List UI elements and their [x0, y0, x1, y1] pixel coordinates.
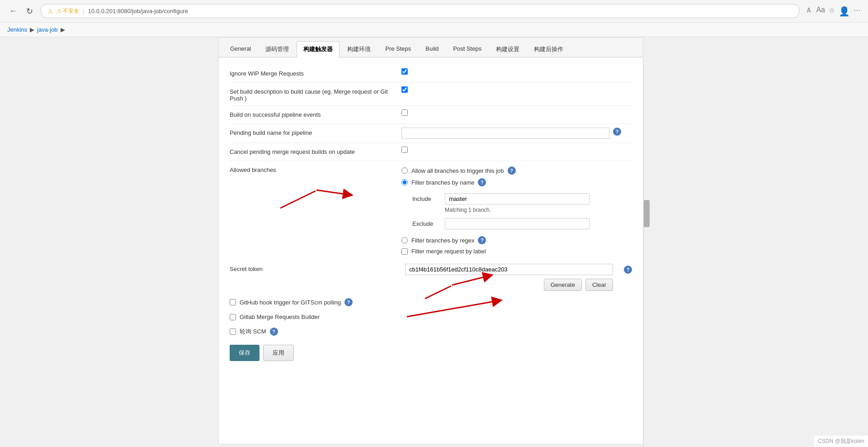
- pending-build-control: ?: [401, 128, 632, 139]
- tab-build-settings[interactable]: 构建设置: [489, 41, 526, 57]
- secret-token-label: Secret token: [230, 264, 401, 272]
- pending-build-input[interactable]: [401, 128, 609, 139]
- exclude-input[interactable]: [445, 218, 590, 229]
- poll-scm-row: 轮询 SCM ?: [230, 324, 632, 339]
- tab-build-env[interactable]: 构建环境: [340, 41, 377, 57]
- action-buttons: 保存 应用: [230, 339, 632, 366]
- set-build-desc-checkbox[interactable]: [401, 86, 408, 93]
- cancel-pending-label: Cancel pending merge request builds on u…: [230, 147, 401, 155]
- filter-by-regex-row: Filter branches by regex ?: [401, 234, 632, 246]
- account-icon[interactable]: 👤: [839, 6, 850, 17]
- breadcrumb-jenkins[interactable]: Jenkins: [7, 26, 27, 33]
- set-build-desc-control: [401, 86, 632, 93]
- poll-scm-help[interactable]: ?: [270, 328, 278, 336]
- filter-by-name-radio-label: Filter branches by name: [411, 179, 474, 186]
- gitlab-merge-row: Gitlab Merge Requests Builder: [230, 310, 632, 324]
- back-button[interactable]: ←: [7, 5, 19, 18]
- cancel-pending-row: Cancel pending merge request builds on u…: [230, 143, 632, 161]
- allow-all-help[interactable]: ?: [508, 166, 516, 175]
- pending-build-help[interactable]: ?: [613, 128, 621, 136]
- address-separator: |: [83, 8, 84, 14]
- include-input[interactable]: [445, 193, 590, 204]
- build-on-success-control: [401, 109, 632, 116]
- matching-text: Matching 1 branch.: [412, 206, 632, 214]
- breadcrumb-java-job[interactable]: java-job: [37, 26, 58, 33]
- poll-scm-label: 轮询 SCM: [240, 328, 266, 336]
- poll-scm-checkbox[interactable]: [230, 328, 236, 335]
- github-hook-help[interactable]: ?: [344, 298, 353, 306]
- tab-source[interactable]: 源码管理: [259, 41, 296, 57]
- tab-post-steps[interactable]: Post Steps: [446, 41, 488, 57]
- ignore-wip-checkbox[interactable]: [401, 68, 408, 75]
- secret-token-controls: Generate Clear: [405, 264, 620, 291]
- ignore-wip-row: Ignore WIP Merge Requests: [230, 65, 632, 83]
- security-warning-text: ⚠ 不安全: [57, 7, 79, 15]
- footer: CSDN @我是koten: [814, 436, 868, 447]
- set-build-desc-label: Set build description to build cause (eg…: [230, 86, 401, 102]
- exclude-label: Exclude: [412, 220, 439, 227]
- read-mode-icon[interactable]: Ａ: [805, 6, 812, 17]
- secret-token-row: Secret token Generate Clear ?: [230, 260, 632, 295]
- allow-all-radio[interactable]: [401, 167, 408, 174]
- filter-by-regex-help[interactable]: ?: [478, 236, 486, 244]
- tab-pre-steps[interactable]: Pre Steps: [378, 41, 418, 57]
- build-on-success-checkbox[interactable]: [401, 109, 408, 116]
- branches-controls: Allow all branches to trigger this job ?…: [401, 165, 632, 257]
- address-text: 10.0.0.201:8080/job/java-job/configure: [88, 8, 188, 14]
- gitlab-merge-checkbox[interactable]: [230, 314, 236, 320]
- allow-all-radio-label: Allow all branches to trigger this job: [411, 167, 504, 174]
- cancel-pending-control: [401, 147, 632, 153]
- allowed-branches-row: Allowed branches Allow all branches to t…: [230, 161, 632, 260]
- build-on-success-row: Build on successful pipeline events: [230, 106, 632, 124]
- filter-by-name-radio-row: Filter branches by name ?: [401, 176, 632, 188]
- filter-by-regex-label: Filter branches by regex: [411, 237, 474, 244]
- cancel-pending-checkbox[interactable]: [401, 147, 408, 153]
- set-build-desc-row: Set build description to build cause (eg…: [230, 83, 632, 106]
- include-row: Include: [412, 192, 632, 206]
- breadcrumb: Jenkins ▶ java-job ▶: [0, 23, 868, 37]
- include-exclude-area: Include Matching 1 branch. Exclude: [401, 188, 632, 234]
- pending-build-row: Pending build name for pipeline ?: [230, 124, 632, 143]
- github-hook-row: GitHub hook trigger for GITScm polling ?: [230, 295, 632, 310]
- footer-text: CSDN @我是koten: [818, 438, 864, 444]
- scrollbar-thumb[interactable]: [644, 200, 650, 227]
- tab-bar: General 源码管理 构建触发器 构建环境 Pre Steps Build …: [219, 38, 643, 57]
- github-hook-label: GitHub hook trigger for GITScm polling: [240, 299, 341, 306]
- filter-by-regex-radio[interactable]: [401, 237, 408, 243]
- security-warning-icon: ⚠: [48, 8, 53, 14]
- breadcrumb-sep2: ▶: [61, 26, 65, 33]
- secret-token-help[interactable]: ?: [624, 266, 632, 274]
- pending-build-label: Pending build name for pipeline: [230, 128, 401, 136]
- github-hook-checkbox[interactable]: [230, 299, 236, 305]
- generate-button[interactable]: Generate: [544, 279, 582, 291]
- ignore-wip-label: Ignore WIP Merge Requests: [230, 68, 401, 77]
- include-label: Include: [412, 195, 439, 202]
- apply-button[interactable]: 应用: [263, 345, 294, 361]
- allowed-branches-label: Allowed branches: [230, 165, 401, 173]
- menu-icon[interactable]: ⋯: [854, 6, 861, 17]
- filter-merge-label: Filter merge request by label: [411, 248, 486, 255]
- favorite-icon[interactable]: ☆: [829, 6, 835, 17]
- filter-merge-row: Filter merge request by label: [401, 246, 632, 257]
- filter-by-name-radio[interactable]: [401, 179, 408, 185]
- filter-merge-checkbox[interactable]: [401, 248, 408, 255]
- address-bar: ⚠ ⚠ 不安全 | 10.0.0.201:8080/job/java-job/c…: [40, 4, 800, 18]
- tab-build-trigger[interactable]: 构建触发器: [297, 41, 340, 57]
- translate-icon[interactable]: Aa: [816, 6, 825, 17]
- filter-by-name-help[interactable]: ?: [478, 178, 486, 186]
- tab-general[interactable]: General: [223, 41, 258, 57]
- form-area: Ignore WIP Merge Requests Set build desc…: [219, 57, 643, 374]
- allow-all-radio-row: Allow all branches to trigger this job ?: [401, 165, 632, 176]
- clear-button[interactable]: Clear: [585, 279, 613, 291]
- exclude-row: Exclude: [412, 217, 632, 231]
- tab-post-build[interactable]: 构建后操作: [527, 41, 570, 57]
- secret-buttons: Generate Clear: [405, 279, 613, 291]
- scrollbar[interactable]: [643, 64, 650, 447]
- refresh-button[interactable]: ↻: [24, 5, 35, 18]
- gitlab-merge-label: Gitlab Merge Requests Builder: [240, 314, 320, 320]
- secret-token-input[interactable]: [405, 264, 613, 275]
- tab-build[interactable]: Build: [419, 41, 445, 57]
- save-button[interactable]: 保存: [230, 345, 259, 361]
- build-on-success-label: Build on successful pipeline events: [230, 109, 401, 118]
- ignore-wip-control: [401, 68, 632, 75]
